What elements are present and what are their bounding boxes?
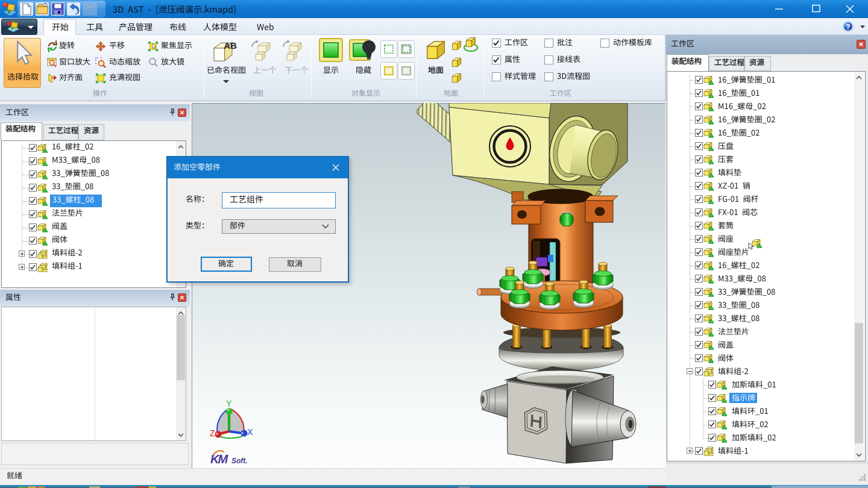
svg-text:X: X: [247, 427, 253, 437]
svg-text:AB: AB: [224, 40, 237, 51]
svg-text:?: ?: [846, 23, 850, 31]
svg-text:Y: Y: [226, 399, 232, 408]
svg-text:Soft.: Soft.: [231, 457, 248, 465]
svg-text:KM: KM: [210, 452, 228, 466]
svg-text:Z: Z: [210, 428, 215, 438]
